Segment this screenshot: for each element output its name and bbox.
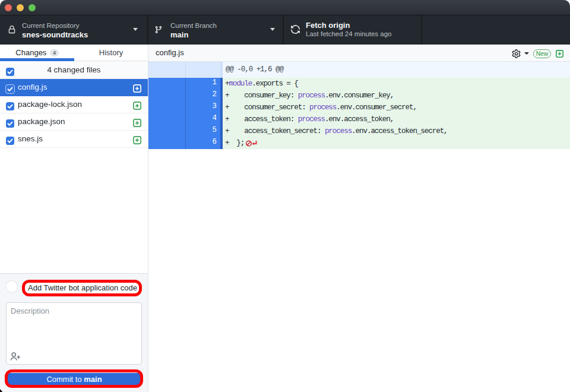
svg-text:New: New — [536, 50, 548, 57]
